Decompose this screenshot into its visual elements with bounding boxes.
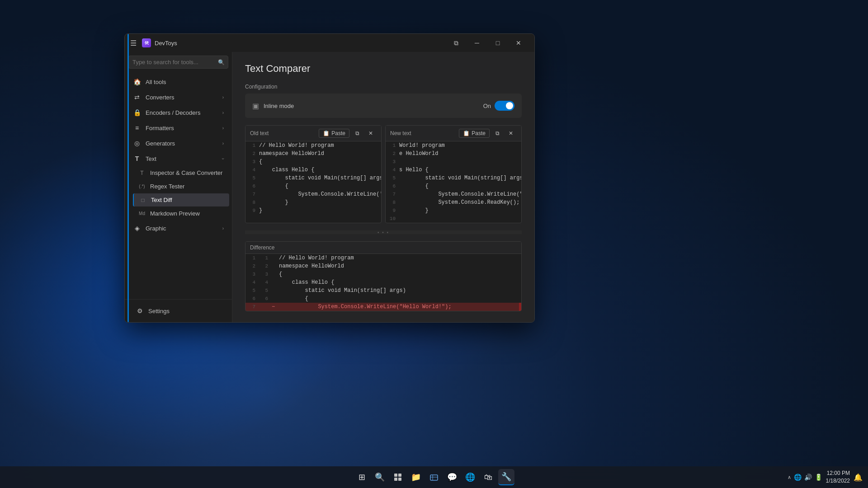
diff-line-same: 55 static void Main(string[] args)	[245, 286, 521, 295]
resize-handle[interactable]: • • •	[245, 230, 522, 234]
code-line: 6 {	[245, 182, 381, 190]
search-input[interactable]	[128, 56, 228, 69]
taskbar-chat-button[interactable]: 💬	[444, 469, 460, 485]
sidebar-bottom: ⚙ Settings	[125, 299, 232, 322]
sidebar-item-settings[interactable]: ⚙ Settings	[130, 304, 226, 318]
svg-rect-0	[394, 474, 397, 477]
settings-label: Settings	[148, 308, 221, 314]
text-children: T Inspector & Case Converter (.*) Regex …	[125, 166, 232, 220]
search-icon: 🔍	[218, 59, 225, 66]
new-text-copy-button[interactable]: ⧉	[491, 128, 503, 138]
settings-icon: ⚙	[136, 307, 144, 314]
notifications-icon[interactable]: 🔔	[854, 473, 863, 482]
code-line: 8 }	[245, 198, 381, 206]
taskbar: ⊞ 🔍 📁 💬 🌐 🛍 🔧 ∧ 🌐 🔊 🔋	[0, 466, 868, 488]
taskbar-edge-button[interactable]: 🌐	[462, 469, 478, 485]
snap-layout-button[interactable]: ⧉	[446, 34, 467, 52]
code-line: 5 static void Main(string[] args)	[386, 174, 521, 182]
inline-mode-toggle[interactable]	[495, 101, 514, 111]
taskbar-widgets-button[interactable]	[426, 469, 442, 485]
code-line: 3	[386, 158, 521, 166]
code-line: 3{	[245, 158, 381, 166]
new-text-clear-button[interactable]: ✕	[505, 128, 517, 138]
nav-group-converters: ⇄ Converters ›	[125, 90, 232, 104]
volume-icon[interactable]: 🔊	[804, 474, 812, 481]
old-text-copy-button[interactable]: ⧉	[351, 128, 363, 138]
converters-icon: ⇄	[133, 94, 141, 101]
inline-mode-icon: ▣	[252, 102, 259, 110]
sidebar-item-formatters[interactable]: ≡ Formatters ›	[127, 121, 229, 135]
sidebar-item-generators[interactable]: ◎ Generators ›	[127, 136, 229, 150]
hamburger-icon[interactable]: ☰	[130, 39, 137, 47]
text-icon: T	[133, 155, 141, 162]
difference-section: Difference 11 // Hello World! program 22…	[245, 241, 522, 311]
formatters-label: Formatters	[146, 125, 218, 131]
app-body: 🔍 🏠 All tools ⇄ Converters ›	[125, 52, 534, 322]
sidebar-item-graphic[interactable]: ◈ Graphic ›	[127, 221, 229, 235]
inspector-icon: T	[138, 170, 146, 176]
sidebar-item-text-diff[interactable]: □ Text Diff	[133, 193, 229, 206]
sidebar-item-text[interactable]: T Text ›	[127, 151, 229, 166]
diff-line-same: 44 class Hello {	[245, 278, 521, 286]
sidebar-item-markdown-preview[interactable]: Md Markdown Preview	[133, 207, 229, 220]
maximize-button[interactable]: □	[487, 34, 508, 52]
code-line: 10	[386, 215, 521, 223]
code-line: 9}	[245, 206, 381, 215]
app-window: ☰ 🛠 DevToys ⧉ ─ □ ✕	[124, 33, 535, 323]
inline-mode-left: ▣ Inline mode	[252, 102, 294, 110]
old-text-clear-button[interactable]: ✕	[365, 128, 377, 138]
title-bar: ☰ 🛠 DevToys ⧉ ─ □ ✕	[125, 34, 534, 52]
old-text-code-area[interactable]: 1// Hello World! program 2namespace Hell…	[245, 141, 381, 223]
chevron-up-icon[interactable]: ∧	[788, 474, 791, 480]
resize-dots-icon: • • •	[377, 230, 389, 235]
clear-icon: ✕	[509, 130, 513, 136]
code-line: 6 {	[386, 182, 521, 190]
taskbar-time-display: 12:00 PM	[826, 469, 850, 477]
code-line: 2e HelloWorld	[386, 150, 521, 158]
title-bar-left: ☰ 🛠 DevToys	[130, 38, 177, 47]
code-line: 4s Hello {	[386, 166, 521, 174]
taskbar-search-button[interactable]: 🔍	[372, 469, 388, 485]
taskbar-store-button[interactable]: 🛍	[480, 469, 496, 485]
sidebar-nav: 🏠 All tools ⇄ Converters › 🔒 Encoders /	[125, 72, 232, 299]
text-diff-icon: □	[139, 197, 146, 203]
toggle-on-label: On	[483, 103, 491, 109]
taskbar-files-button[interactable]: 📁	[408, 469, 424, 485]
clear-icon: ✕	[368, 130, 373, 136]
graphic-icon: ◈	[133, 225, 141, 232]
sidebar-item-converters[interactable]: ⇄ Converters ›	[127, 90, 229, 104]
formatters-icon: ≡	[133, 124, 141, 131]
config-panel: ▣ Inline mode On	[245, 94, 522, 118]
regex-icon: (.*)	[138, 184, 146, 189]
sidebar-item-encoders[interactable]: 🔒 Encoders / Decoders ›	[127, 105, 229, 120]
old-text-header: Old text 📋 Paste ⧉ ✕	[245, 126, 381, 141]
taskbar-clock[interactable]: 12:00 PM 1/18/2022	[826, 469, 850, 485]
sidebar-item-regex-tester[interactable]: (.*) Regex Tester	[133, 180, 229, 193]
minimize-button[interactable]: ─	[467, 34, 487, 52]
maximize-icon: □	[496, 39, 500, 47]
sidebar-item-all-tools[interactable]: 🏠 All tools	[127, 75, 229, 89]
minimize-icon: ─	[475, 39, 479, 47]
code-line: 7 System.Console.WriteLine("Hello th	[386, 190, 521, 198]
old-text-paste-button[interactable]: 📋 Paste	[319, 129, 349, 138]
taskbar-devtoys-button[interactable]: 🔧	[498, 469, 514, 485]
new-text-code-area[interactable]: 1World! program 2e HelloWorld 3 4s Hello…	[386, 141, 521, 223]
network-icon[interactable]: 🌐	[794, 474, 802, 481]
sidebar-item-inspector-case[interactable]: T Inspector & Case Converter	[133, 166, 229, 179]
inline-mode-row: ▣ Inline mode On	[252, 101, 514, 111]
start-button[interactable]: ⊞	[354, 469, 370, 485]
app-title: DevToys	[155, 40, 177, 47]
new-text-label: New text	[390, 130, 411, 136]
text-label: Text	[146, 155, 218, 162]
task-view-button[interactable]	[390, 469, 406, 485]
diff-line-same: 11 // Hello World! program	[245, 254, 521, 262]
battery-icon[interactable]: 🔋	[815, 474, 822, 481]
chevron-up-icon: ›	[221, 158, 226, 159]
close-button[interactable]: ✕	[508, 34, 529, 52]
diff-code-area[interactable]: 11 // Hello World! program 22 namespace …	[245, 254, 521, 311]
diff-line-added: 7++ System.Console.WriteLine("Hello ther…	[245, 311, 521, 311]
new-text-paste-button[interactable]: 📋 Paste	[459, 129, 490, 138]
svg-rect-3	[398, 478, 401, 481]
chevron-down-icon: ›	[222, 95, 224, 100]
encoders-icon: 🔒	[133, 109, 141, 116]
